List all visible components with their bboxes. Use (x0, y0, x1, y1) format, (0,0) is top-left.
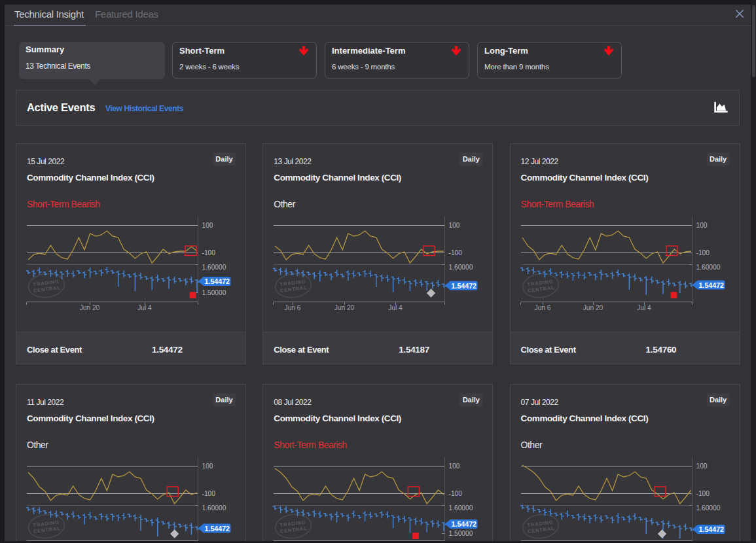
svg-text:Jul 4: Jul 4 (137, 304, 152, 311)
svg-text:1.54472: 1.54472 (698, 281, 724, 289)
svg-text:-100: -100 (202, 249, 216, 256)
svg-text:-100: -100 (696, 249, 710, 256)
svg-text:Jul 4: Jul 4 (637, 304, 651, 311)
svg-text:Jun 20: Jun 20 (334, 304, 355, 311)
svg-text:1.54472: 1.54472 (698, 525, 724, 533)
svg-text:Jun 20: Jun 20 (583, 304, 603, 311)
svg-text:1.60000: 1.60000 (202, 504, 226, 512)
svg-text:1.50000: 1.50000 (202, 289, 226, 296)
svg-text:-100: -100 (449, 490, 463, 497)
svg-text:100: 100 (202, 463, 213, 470)
svg-text:-100: -100 (449, 249, 463, 256)
svg-text:Jun 6: Jun 6 (285, 304, 301, 311)
svg-text:-100: -100 (696, 490, 710, 497)
svg-text:1.54472: 1.54472 (205, 525, 230, 533)
svg-text:1.50000: 1.50000 (449, 530, 473, 537)
svg-text:1.60000: 1.60000 (696, 264, 720, 271)
svg-text:-100: -100 (202, 490, 216, 497)
svg-text:1.60000: 1.60000 (696, 504, 720, 512)
svg-text:1.60000: 1.60000 (449, 264, 473, 271)
svg-text:Jul 4: Jul 4 (389, 304, 403, 311)
svg-text:1.54472: 1.54472 (452, 520, 477, 528)
svg-text:100: 100 (449, 463, 460, 470)
svg-text:1.60000: 1.60000 (449, 504, 473, 512)
svg-text:100: 100 (696, 222, 707, 229)
svg-text:1.60000: 1.60000 (202, 264, 226, 271)
svg-text:1.54472: 1.54472 (452, 282, 477, 290)
svg-text:Jun 6: Jun 6 (534, 304, 550, 311)
svg-text:Jun 20: Jun 20 (80, 304, 100, 311)
svg-text:100: 100 (202, 222, 213, 229)
svg-text:100: 100 (449, 222, 460, 229)
svg-text:1.54472: 1.54472 (205, 277, 230, 285)
svg-text:100: 100 (696, 463, 707, 470)
